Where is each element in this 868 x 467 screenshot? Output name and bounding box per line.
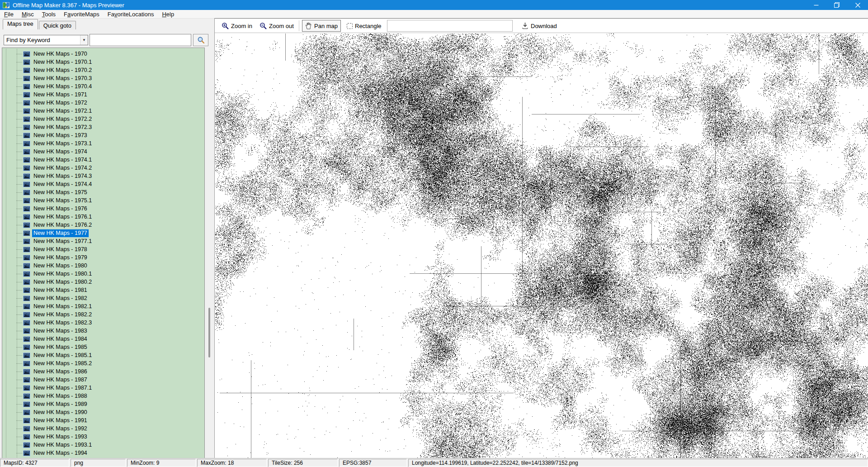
minimize-button[interactable] bbox=[806, 0, 826, 10]
toolbar-coordinates-input[interactable] bbox=[387, 20, 513, 32]
tree-item[interactable]: New HK Maps - 1972.2 bbox=[2, 115, 204, 123]
map-image-icon bbox=[23, 157, 30, 163]
tree-item[interactable]: New HK Maps - 1993.1 bbox=[2, 441, 204, 449]
tree-item-label: New HK Maps - 1970 bbox=[32, 50, 89, 58]
tree-item-label: New HK Maps - 1975.1 bbox=[32, 197, 93, 205]
tree-item[interactable]: New HK Maps - 1978 bbox=[2, 245, 204, 253]
tree-item[interactable]: New HK Maps - 1970 bbox=[2, 50, 204, 58]
tree-item[interactable]: New HK Maps - 1970.1 bbox=[2, 58, 204, 66]
tree-item[interactable]: New HK Maps - 1971 bbox=[2, 91, 204, 99]
tree-item[interactable]: New HK Maps - 1973.1 bbox=[2, 139, 204, 148]
menu-item-file[interactable]: File bbox=[0, 10, 18, 18]
zoom-out-label: Zoom out bbox=[269, 23, 294, 29]
tree-item[interactable]: New HK Maps - 1983 bbox=[2, 327, 204, 335]
tree-connector bbox=[16, 363, 22, 364]
tree-item[interactable]: New HK Maps - 1989 bbox=[2, 400, 204, 408]
tree-item-label: New HK Maps - 1983 bbox=[32, 327, 89, 335]
status-segment-5: EPSG:3857 bbox=[339, 459, 407, 467]
tree-item[interactable]: New HK Maps - 1987 bbox=[2, 376, 204, 384]
tree-item[interactable]: New HK Maps - 1975.1 bbox=[2, 196, 204, 205]
tree-item[interactable]: New HK Maps - 1981 bbox=[2, 286, 204, 294]
map-preview-canvas[interactable] bbox=[215, 33, 868, 458]
tree-item[interactable]: New HK Maps - 1982 bbox=[2, 294, 204, 302]
map-image-icon bbox=[23, 385, 30, 391]
menu-item-favoritelocations[interactable]: FavoriteLocations bbox=[104, 10, 158, 18]
map-image-icon bbox=[23, 84, 30, 90]
app-window: Offline Map Maker 8.367 - Maps Previewer… bbox=[0, 0, 868, 467]
tree-item[interactable]: New HK Maps - 1985 bbox=[2, 343, 204, 351]
tree-item[interactable]: New HK Maps - 1984 bbox=[2, 335, 204, 343]
tree-item[interactable]: New HK Maps - 1980.2 bbox=[2, 278, 204, 286]
tree-item[interactable]: New HK Maps - 1992 bbox=[2, 424, 204, 433]
tree-scrollbar[interactable] bbox=[206, 48, 214, 467]
tree-item-label: New HK Maps - 1980.2 bbox=[32, 278, 93, 286]
tree-item-label: New HK Maps - 1985.2 bbox=[32, 360, 93, 367]
tab-maps-tree[interactable]: Maps tree bbox=[3, 19, 38, 29]
tree-item-label: New HK Maps - 1993 bbox=[32, 433, 89, 441]
tree-connector bbox=[16, 453, 22, 453]
tree-connector bbox=[16, 315, 22, 315]
tree-item[interactable]: New HK Maps - 1972.1 bbox=[2, 107, 204, 115]
tree-item[interactable]: New HK Maps - 1976.1 bbox=[2, 213, 204, 221]
map-image-icon bbox=[23, 279, 30, 285]
pan-map-button[interactable]: Pan map bbox=[302, 20, 341, 32]
tree-item[interactable]: New HK Maps - 1991 bbox=[2, 416, 204, 424]
tree-item[interactable]: New HK Maps - 1987.1 bbox=[2, 384, 204, 392]
tree-item[interactable]: New HK Maps - 1974.3 bbox=[2, 172, 204, 180]
map-pane: Zoom in Zoom out Pan map Rectangle bbox=[214, 18, 868, 458]
tree-item[interactable]: New HK Maps - 1976.2 bbox=[2, 221, 204, 229]
tree-item[interactable]: New HK Maps - 1982.3 bbox=[2, 319, 204, 327]
tree-item[interactable]: New HK Maps - 1973 bbox=[2, 131, 204, 139]
map-image-icon bbox=[23, 67, 30, 73]
close-button[interactable] bbox=[847, 0, 868, 10]
tree-item[interactable]: New HK Maps - 1970.3 bbox=[2, 74, 204, 82]
search-filter-dropdown[interactable]: Find by Keyword ▼ bbox=[4, 35, 88, 45]
tree-item[interactable]: New HK Maps - 1970.4 bbox=[2, 82, 204, 91]
tree-connector bbox=[16, 445, 22, 445]
tree-item[interactable]: New HK Maps - 1985.2 bbox=[2, 359, 204, 367]
tree-connector bbox=[16, 78, 22, 79]
tree-item[interactable]: New HK Maps - 1980 bbox=[2, 262, 204, 270]
tree-item[interactable]: New HK Maps - 1979 bbox=[2, 253, 204, 262]
restore-button[interactable] bbox=[826, 0, 847, 10]
tree-item[interactable]: New HK Maps - 1970.2 bbox=[2, 66, 204, 74]
menu-item-misc[interactable]: Misc bbox=[18, 10, 38, 18]
tree-scrollbar-thumb[interactable] bbox=[208, 308, 210, 357]
tree-connector bbox=[16, 298, 22, 299]
tree-item[interactable]: New HK Maps - 1986 bbox=[2, 367, 204, 376]
tree-item[interactable]: New HK Maps - 1994 bbox=[2, 449, 204, 457]
tree-item[interactable]: New HK Maps - 1972 bbox=[2, 99, 204, 107]
zoom-in-button[interactable]: Zoom in bbox=[218, 20, 255, 32]
download-button[interactable]: Download bbox=[519, 20, 560, 32]
tree-item[interactable]: New HK Maps - 1977.1 bbox=[2, 237, 204, 245]
tree-item[interactable]: New HK Maps - 1974 bbox=[2, 148, 204, 156]
tree-item[interactable]: New HK Maps - 1972.3 bbox=[2, 123, 204, 131]
tree-item[interactable]: New HK Maps - 1980.1 bbox=[2, 270, 204, 278]
tree-item[interactable]: New HK Maps - 1990 bbox=[2, 408, 204, 416]
map-viewport[interactable] bbox=[215, 33, 868, 458]
tree-connector bbox=[16, 143, 22, 144]
tree-connector bbox=[16, 119, 22, 119]
tree-item[interactable]: New HK Maps - 1974.1 bbox=[2, 156, 204, 164]
tree-item[interactable]: New HK Maps - 1988 bbox=[2, 392, 204, 400]
tree-item[interactable]: New HK Maps - 1975 bbox=[2, 188, 204, 196]
search-button[interactable] bbox=[193, 34, 208, 46]
tab-quick-goto[interactable]: Quick goto bbox=[39, 21, 76, 29]
tree-connector bbox=[16, 192, 22, 193]
map-image-icon bbox=[23, 287, 30, 293]
menu-item-help[interactable]: Help bbox=[158, 10, 178, 18]
tree-item[interactable]: New HK Maps - 1974.4 bbox=[2, 180, 204, 188]
zoom-out-button[interactable]: Zoom out bbox=[256, 20, 297, 32]
tree-item[interactable]: New HK Maps - 1985.1 bbox=[2, 351, 204, 359]
tree-item[interactable]: New HK Maps - 1982.2 bbox=[2, 310, 204, 319]
menu-item-favoritemaps[interactable]: FavoriteMaps bbox=[60, 10, 104, 18]
search-input[interactable] bbox=[90, 34, 191, 46]
rectangle-button[interactable]: Rectangle bbox=[344, 20, 385, 32]
tree-item[interactable]: New HK Maps - 1977 bbox=[2, 229, 204, 237]
tree-item[interactable]: New HK Maps - 1974.2 bbox=[2, 164, 204, 172]
tree-item[interactable]: New HK Maps - 1982.1 bbox=[2, 302, 204, 310]
menu-item-tools[interactable]: Tools bbox=[38, 10, 60, 18]
tree-item[interactable]: New HK Maps - 1976 bbox=[2, 205, 204, 213]
tree-item[interactable]: New HK Maps - 1993 bbox=[2, 433, 204, 441]
tree-connector bbox=[16, 70, 22, 71]
